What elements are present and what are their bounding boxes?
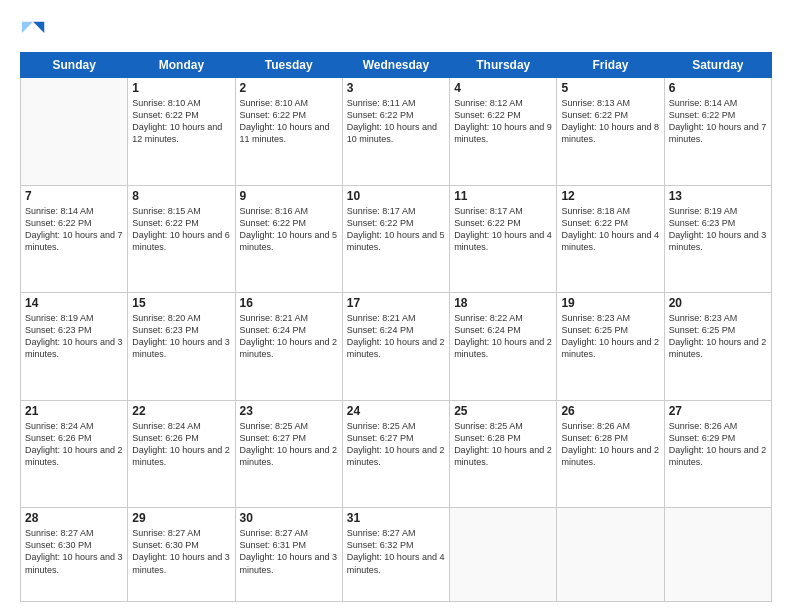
calendar-cell: 9Sunrise: 8:16 AMSunset: 6:22 PMDaylight… [235, 185, 342, 293]
week-row-4: 21Sunrise: 8:24 AMSunset: 6:26 PMDayligh… [21, 400, 772, 508]
weekday-header-tuesday: Tuesday [235, 53, 342, 78]
calendar-table: SundayMondayTuesdayWednesdayThursdayFrid… [20, 52, 772, 602]
day-info: Sunrise: 8:17 AMSunset: 6:22 PMDaylight:… [454, 205, 552, 254]
day-info: Sunrise: 8:19 AMSunset: 6:23 PMDaylight:… [25, 312, 123, 361]
day-number: 3 [347, 81, 445, 95]
day-number: 17 [347, 296, 445, 310]
day-number: 25 [454, 404, 552, 418]
day-info: Sunrise: 8:17 AMSunset: 6:22 PMDaylight:… [347, 205, 445, 254]
day-number: 21 [25, 404, 123, 418]
svg-marker-1 [22, 22, 33, 33]
day-info: Sunrise: 8:27 AMSunset: 6:30 PMDaylight:… [132, 527, 230, 576]
calendar-cell [664, 508, 771, 602]
day-number: 8 [132, 189, 230, 203]
calendar-cell: 2Sunrise: 8:10 AMSunset: 6:22 PMDaylight… [235, 78, 342, 186]
day-info: Sunrise: 8:21 AMSunset: 6:24 PMDaylight:… [347, 312, 445, 361]
calendar-cell: 23Sunrise: 8:25 AMSunset: 6:27 PMDayligh… [235, 400, 342, 508]
weekday-header-wednesday: Wednesday [342, 53, 449, 78]
weekday-header-saturday: Saturday [664, 53, 771, 78]
day-info: Sunrise: 8:27 AMSunset: 6:30 PMDaylight:… [25, 527, 123, 576]
calendar-cell: 4Sunrise: 8:12 AMSunset: 6:22 PMDaylight… [450, 78, 557, 186]
calendar-cell: 21Sunrise: 8:24 AMSunset: 6:26 PMDayligh… [21, 400, 128, 508]
day-info: Sunrise: 8:18 AMSunset: 6:22 PMDaylight:… [561, 205, 659, 254]
calendar-cell: 15Sunrise: 8:20 AMSunset: 6:23 PMDayligh… [128, 293, 235, 401]
calendar-cell: 20Sunrise: 8:23 AMSunset: 6:25 PMDayligh… [664, 293, 771, 401]
week-row-2: 7Sunrise: 8:14 AMSunset: 6:22 PMDaylight… [21, 185, 772, 293]
week-row-1: 1Sunrise: 8:10 AMSunset: 6:22 PMDaylight… [21, 78, 772, 186]
day-number: 9 [240, 189, 338, 203]
day-info: Sunrise: 8:12 AMSunset: 6:22 PMDaylight:… [454, 97, 552, 146]
day-info: Sunrise: 8:20 AMSunset: 6:23 PMDaylight:… [132, 312, 230, 361]
calendar-cell [21, 78, 128, 186]
day-number: 12 [561, 189, 659, 203]
day-number: 18 [454, 296, 552, 310]
calendar-cell: 19Sunrise: 8:23 AMSunset: 6:25 PMDayligh… [557, 293, 664, 401]
calendar-cell: 31Sunrise: 8:27 AMSunset: 6:32 PMDayligh… [342, 508, 449, 602]
day-info: Sunrise: 8:19 AMSunset: 6:23 PMDaylight:… [669, 205, 767, 254]
day-info: Sunrise: 8:16 AMSunset: 6:22 PMDaylight:… [240, 205, 338, 254]
day-info: Sunrise: 8:24 AMSunset: 6:26 PMDaylight:… [25, 420, 123, 469]
day-info: Sunrise: 8:10 AMSunset: 6:22 PMDaylight:… [132, 97, 230, 146]
week-row-3: 14Sunrise: 8:19 AMSunset: 6:23 PMDayligh… [21, 293, 772, 401]
day-number: 16 [240, 296, 338, 310]
calendar-cell: 16Sunrise: 8:21 AMSunset: 6:24 PMDayligh… [235, 293, 342, 401]
calendar-cell: 14Sunrise: 8:19 AMSunset: 6:23 PMDayligh… [21, 293, 128, 401]
day-number: 4 [454, 81, 552, 95]
weekday-header-sunday: Sunday [21, 53, 128, 78]
day-number: 5 [561, 81, 659, 95]
day-info: Sunrise: 8:11 AMSunset: 6:22 PMDaylight:… [347, 97, 445, 146]
day-number: 6 [669, 81, 767, 95]
weekday-header-monday: Monday [128, 53, 235, 78]
calendar-cell: 13Sunrise: 8:19 AMSunset: 6:23 PMDayligh… [664, 185, 771, 293]
day-number: 15 [132, 296, 230, 310]
calendar-cell: 1Sunrise: 8:10 AMSunset: 6:22 PMDaylight… [128, 78, 235, 186]
day-number: 19 [561, 296, 659, 310]
day-number: 23 [240, 404, 338, 418]
calendar-cell: 12Sunrise: 8:18 AMSunset: 6:22 PMDayligh… [557, 185, 664, 293]
day-info: Sunrise: 8:25 AMSunset: 6:28 PMDaylight:… [454, 420, 552, 469]
day-info: Sunrise: 8:26 AMSunset: 6:28 PMDaylight:… [561, 420, 659, 469]
weekday-header-row: SundayMondayTuesdayWednesdayThursdayFrid… [21, 53, 772, 78]
weekday-header-friday: Friday [557, 53, 664, 78]
day-number: 20 [669, 296, 767, 310]
day-info: Sunrise: 8:24 AMSunset: 6:26 PMDaylight:… [132, 420, 230, 469]
day-number: 2 [240, 81, 338, 95]
day-number: 11 [454, 189, 552, 203]
page: SundayMondayTuesdayWednesdayThursdayFrid… [0, 0, 792, 612]
calendar-cell [450, 508, 557, 602]
day-info: Sunrise: 8:15 AMSunset: 6:22 PMDaylight:… [132, 205, 230, 254]
calendar-cell: 25Sunrise: 8:25 AMSunset: 6:28 PMDayligh… [450, 400, 557, 508]
day-number: 29 [132, 511, 230, 525]
day-number: 1 [132, 81, 230, 95]
weekday-header-thursday: Thursday [450, 53, 557, 78]
day-number: 30 [240, 511, 338, 525]
day-number: 22 [132, 404, 230, 418]
calendar-cell: 30Sunrise: 8:27 AMSunset: 6:31 PMDayligh… [235, 508, 342, 602]
calendar-cell: 17Sunrise: 8:21 AMSunset: 6:24 PMDayligh… [342, 293, 449, 401]
day-info: Sunrise: 8:27 AMSunset: 6:31 PMDaylight:… [240, 527, 338, 576]
calendar-cell: 28Sunrise: 8:27 AMSunset: 6:30 PMDayligh… [21, 508, 128, 602]
day-number: 14 [25, 296, 123, 310]
day-info: Sunrise: 8:23 AMSunset: 6:25 PMDaylight:… [669, 312, 767, 361]
calendar-cell: 26Sunrise: 8:26 AMSunset: 6:28 PMDayligh… [557, 400, 664, 508]
day-number: 26 [561, 404, 659, 418]
calendar-cell: 8Sunrise: 8:15 AMSunset: 6:22 PMDaylight… [128, 185, 235, 293]
day-info: Sunrise: 8:26 AMSunset: 6:29 PMDaylight:… [669, 420, 767, 469]
calendar-cell: 3Sunrise: 8:11 AMSunset: 6:22 PMDaylight… [342, 78, 449, 186]
day-number: 28 [25, 511, 123, 525]
calendar-cell: 5Sunrise: 8:13 AMSunset: 6:22 PMDaylight… [557, 78, 664, 186]
calendar-cell [557, 508, 664, 602]
logo [20, 18, 52, 46]
calendar-cell: 7Sunrise: 8:14 AMSunset: 6:22 PMDaylight… [21, 185, 128, 293]
svg-marker-0 [33, 22, 44, 33]
day-info: Sunrise: 8:25 AMSunset: 6:27 PMDaylight:… [240, 420, 338, 469]
day-info: Sunrise: 8:23 AMSunset: 6:25 PMDaylight:… [561, 312, 659, 361]
day-info: Sunrise: 8:10 AMSunset: 6:22 PMDaylight:… [240, 97, 338, 146]
calendar-cell: 27Sunrise: 8:26 AMSunset: 6:29 PMDayligh… [664, 400, 771, 508]
calendar-cell: 10Sunrise: 8:17 AMSunset: 6:22 PMDayligh… [342, 185, 449, 293]
calendar-cell: 24Sunrise: 8:25 AMSunset: 6:27 PMDayligh… [342, 400, 449, 508]
day-number: 27 [669, 404, 767, 418]
logo-icon [20, 18, 48, 46]
day-info: Sunrise: 8:22 AMSunset: 6:24 PMDaylight:… [454, 312, 552, 361]
day-number: 10 [347, 189, 445, 203]
